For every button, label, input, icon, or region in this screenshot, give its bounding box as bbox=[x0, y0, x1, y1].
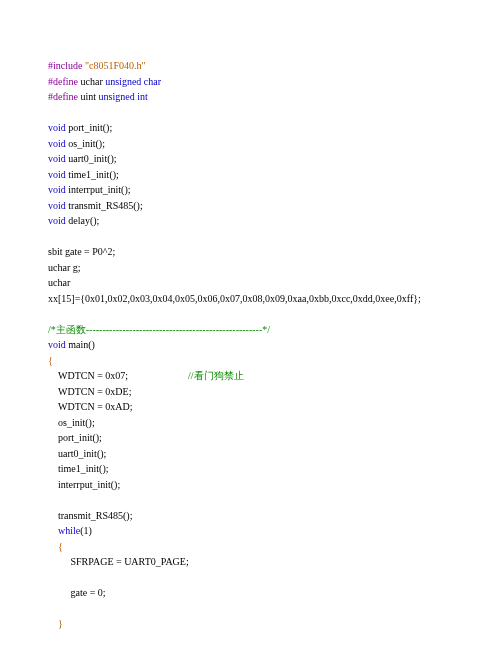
body-port-init: port_init(); bbox=[48, 432, 102, 443]
uchar-only: uchar bbox=[48, 277, 70, 288]
kw-void-main: void bbox=[48, 339, 66, 350]
define-uchar: #define bbox=[48, 76, 78, 87]
comment-wdt: //看门狗禁止 bbox=[188, 370, 244, 381]
main-decl: main() bbox=[66, 339, 95, 350]
body-time1-init: time1_init(); bbox=[48, 463, 109, 474]
body-sfrpage: SFRPAGE = UART0_PAGE; bbox=[48, 556, 189, 567]
kw-void: void bbox=[48, 200, 66, 211]
decl-time1-init: time1_init(); bbox=[66, 169, 119, 180]
decl-uart0-init: uart0_init(); bbox=[66, 153, 117, 164]
while-indent bbox=[48, 525, 58, 536]
code-page: #include "c8051F040.h" #define uchar uns… bbox=[0, 0, 502, 649]
define-uint: #define bbox=[48, 91, 78, 102]
kw-while: while bbox=[58, 525, 80, 536]
body-uart0-init: uart0_init(); bbox=[48, 448, 106, 459]
decl-delay: delay(); bbox=[66, 215, 100, 226]
decl-os-init: os_init(); bbox=[66, 138, 105, 149]
kw-void: void bbox=[48, 122, 66, 133]
body-transmit: transmit_RS485(); bbox=[48, 510, 132, 521]
body-interrput-init: interrput_init(); bbox=[48, 479, 120, 490]
brace-open-1: { bbox=[48, 355, 53, 366]
body-wdtcn-ad: WDTCN = 0xAD; bbox=[48, 401, 133, 412]
brace-open-2: { bbox=[48, 541, 63, 552]
brace-close-2: } bbox=[48, 618, 63, 629]
comment-main: /*主函数-----------------------------------… bbox=[48, 324, 270, 335]
decl-port-init: port_init(); bbox=[66, 122, 112, 133]
body-gate: gate = 0; bbox=[48, 587, 106, 598]
body-os-init: os_init(); bbox=[48, 417, 95, 428]
include-directive: #include bbox=[48, 60, 82, 71]
sbit-line: sbit gate = P0^2; bbox=[48, 246, 115, 257]
uchar-g: uchar g; bbox=[48, 262, 81, 273]
define-uchar-type: unsigned char bbox=[105, 76, 161, 87]
decl-interrput-init: interrput_init(); bbox=[66, 184, 131, 195]
define-uchar-name: uchar bbox=[78, 76, 105, 87]
kw-void: void bbox=[48, 184, 66, 195]
kw-void: void bbox=[48, 215, 66, 226]
include-file: "c8051F040.h" bbox=[85, 60, 146, 71]
body-wdtcn-de: WDTCN = 0xDE; bbox=[48, 386, 131, 397]
body-wdtcn-07: WDTCN = 0x07; bbox=[48, 370, 188, 381]
xx-array: xx[15]={0x01,0x02,0x03,0x04,0x05,0x06,0x… bbox=[48, 293, 421, 304]
kw-void: void bbox=[48, 138, 66, 149]
kw-void: void bbox=[48, 169, 66, 180]
decl-transmit: transmit_RS485(); bbox=[66, 200, 143, 211]
kw-void: void bbox=[48, 153, 66, 164]
while-cond: (1) bbox=[80, 525, 92, 536]
define-uint-type: unsigned int bbox=[99, 91, 148, 102]
define-uint-name: uint bbox=[78, 91, 99, 102]
code-block: #include "c8051F040.h" #define uchar uns… bbox=[48, 58, 454, 649]
